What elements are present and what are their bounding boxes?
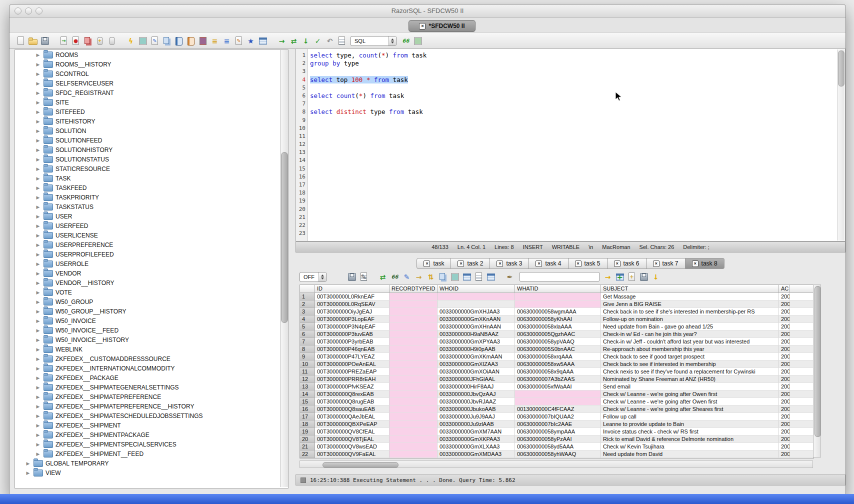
sidebar-item[interactable]: ▶ZKFEDEX__SHIPMATEGENERALSETTINGS: [15, 382, 288, 392]
table-cell-id[interactable]: 00T3000000Q8rugEAB: [315, 398, 390, 406]
editor-scrollbar[interactable]: [837, 50, 844, 240]
result-tab[interactable]: ×task 2: [451, 258, 490, 269]
table-cell-whoid[interactable]: 0033000000H9aNBAAZ: [438, 330, 515, 338]
table-cell-subject[interactable]: Check back in to see if she's interested…: [601, 308, 779, 316]
table-cell-ac[interactable]: 200: [779, 308, 790, 316]
export-table-icon[interactable]: [258, 36, 268, 46]
disclosure-triangle-icon[interactable]: ▶: [36, 262, 40, 266]
disclosure-triangle-icon[interactable]: ▶: [36, 290, 40, 295]
table-cell-subject[interactable]: Give Jenn a BIG RAISE: [601, 300, 779, 308]
table-cell-whoid[interactable]: 0033000000Ju9J9AAJ: [438, 413, 515, 420]
sidebar-item[interactable]: ▶ZKFEDEX__SHIPMENTPACKAGE: [15, 430, 288, 440]
table-cell-id[interactable]: 00T3000000Q8rexEAB: [315, 390, 390, 398]
table-row[interactable]: 1200T3000000PRR8rEAH0033000000JFhGlAAL00…: [300, 376, 814, 383]
table-cell-whoid[interactable]: 0033000000JbvRJAAZ: [438, 398, 515, 406]
table-cell-whoid[interactable]: 0033000000GmXKmAAN: [438, 353, 515, 360]
table-cell-id[interactable]: 00T3000000P3tuvEAB: [315, 330, 390, 338]
column-header[interactable]: SUBJECT: [601, 285, 779, 293]
table-cell-recordtypeid[interactable]: [390, 413, 438, 420]
table-cell-ac[interactable]: 200: [779, 300, 790, 308]
sql-history-icon[interactable]: [174, 36, 184, 46]
table-cell-subject[interactable]: Follow up call: [601, 413, 779, 420]
disclosure-triangle-icon[interactable]: ▶: [36, 452, 40, 456]
table-cell-whatid[interactable]: 006300000058ypVAAQ: [515, 338, 601, 346]
open-file-icon[interactable]: [28, 36, 38, 46]
table-cell-recordtypeid[interactable]: [390, 436, 438, 443]
close-tab-icon[interactable]: ×: [536, 260, 542, 267]
table-cell-recordtypeid[interactable]: [390, 398, 438, 406]
sidebar-item[interactable]: ▶SOLUTIONHISTORY: [15, 145, 288, 154]
sidebar-item[interactable]: ▶ZKFEDEX__SHIPMENT__FEED: [15, 449, 288, 458]
table-cell-recordtypeid[interactable]: [390, 323, 438, 330]
disclosure-triangle-icon[interactable]: ▶: [36, 376, 40, 380]
new-script-icon[interactable]: +: [626, 272, 637, 282]
table-cell-ac[interactable]: 200: [779, 338, 790, 346]
sidebar-item[interactable]: ▶SELFSERVICEUSER: [15, 78, 288, 88]
disclosure-triangle-icon[interactable]: ▶: [36, 166, 40, 172]
table-cell-whoid[interactable]: 0033000000GmXKPAA3: [438, 436, 515, 443]
result-tab[interactable]: ×task 3: [490, 258, 529, 269]
sidebar-item[interactable]: ▶SFDC_REGISTRANT: [15, 88, 288, 98]
reconnect-icon[interactable]: ⇄: [288, 36, 299, 46]
table-cell-ac[interactable]: 200: [779, 436, 790, 443]
sidebar-item[interactable]: ▶ZKFEDEX__SHIPMATEPREFERENCE__HISTORY: [15, 402, 288, 411]
table-cell-whoid[interactable]: 0033000000GmXKnAAN: [438, 316, 515, 323]
table-cell-ac[interactable]: 200: [779, 413, 790, 420]
table-cell-subject[interactable]: Check-in w/ Jeff - couldn't afford last …: [601, 338, 779, 346]
sidebar-item[interactable]: ▶ROOMS__HISTORY: [15, 60, 288, 69]
sidebar-item[interactable]: ▶W50_INVOICE: [15, 316, 288, 326]
table-row[interactable]: 500T3000000P3N4pEAF0033000000GmXHnAAN006…: [300, 323, 814, 330]
statement-type-select[interactable]: SQL: [350, 36, 396, 46]
table-row[interactable]: 1300T3000000PfvKSEAZ0033000000HirF8AAJ00…: [300, 383, 814, 390]
table-cell-id[interactable]: 00T3000000P3N4pEAF: [315, 323, 390, 330]
table-row[interactable]: 700T3000000P3yrbEAB0033000000GmXPYAA3006…: [300, 338, 814, 346]
disclosure-triangle-icon[interactable]: ▶: [36, 366, 40, 371]
table-cell-whoid[interactable]: 0033000000JbvQzAAJ: [438, 390, 515, 398]
table-cell-whatid[interactable]: 00630000005S0bnAAC: [515, 346, 601, 353]
table-cell-whoid[interactable]: 0033000000HirF8AAJ: [438, 383, 515, 390]
table-cell-ac[interactable]: 200: [779, 428, 790, 436]
table-cell-subject[interactable]: Check back to see if good target prospec…: [601, 353, 779, 360]
table-cell-whatid[interactable]: 006300000058wgmAAA: [515, 308, 601, 316]
close-tab-icon[interactable]: ×: [653, 260, 660, 267]
table-row[interactable]: 300T3000000OiyJgEAJ0033000000GmXHJAA3006…: [300, 308, 814, 316]
freeze-pane-icon[interactable]: [462, 272, 472, 282]
table-cell-recordtypeid[interactable]: [390, 353, 438, 360]
table-cell-recordtypeid[interactable]: [390, 368, 438, 376]
connection-tab[interactable]: × *SFDCW50 II: [408, 20, 476, 32]
close-connection-icon[interactable]: ×: [419, 23, 426, 30]
sidebar-item[interactable]: ▶USERFEED: [15, 221, 288, 230]
favorites-star-icon[interactable]: ★: [246, 36, 256, 46]
table-cell-ac[interactable]: 200: [779, 420, 790, 428]
table-cell-whatid[interactable]: 00630000007A3bZAAS: [515, 376, 601, 383]
save-results-icon[interactable]: [346, 272, 357, 282]
sidebar-item[interactable]: ▶USERPREFERENCE: [15, 240, 288, 250]
import-data-icon[interactable]: →: [58, 36, 69, 46]
close-tab-icon[interactable]: ×: [614, 260, 620, 267]
sidebar-item[interactable]: ▶W50_INVOICE__FEED: [15, 326, 288, 335]
disclosure-triangle-icon[interactable]: ▶: [36, 423, 40, 428]
table-cell-whatid[interactable]: [515, 293, 601, 300]
table-cell-subject[interactable]: Leanne to provide update to Bain: [601, 420, 779, 428]
sidebar-item[interactable]: ▶VENDOR__HISTORY: [15, 278, 288, 288]
table-cell-recordtypeid[interactable]: [390, 376, 438, 383]
table-cell-recordtypeid[interactable]: [390, 316, 438, 323]
sidebar-item[interactable]: ▶SITEFEED: [15, 107, 288, 116]
table-row[interactable]: 200T3000000L0RqSEAVGive Jenn a BIG RAISE…: [300, 300, 814, 308]
primary-key-icon[interactable]: ✒: [504, 272, 515, 282]
table-cell-ac[interactable]: 200: [779, 376, 790, 383]
disclosure-triangle-icon[interactable]: ▶: [36, 233, 40, 238]
table-cell-ac[interactable]: 200: [779, 346, 790, 353]
disclosure-triangle-icon[interactable]: ▶: [26, 461, 30, 466]
table-cell-whoid[interactable]: 0033000000H9i0pAAB: [438, 346, 515, 353]
table-row[interactable]: 1700T3000000QAeJbEAL0033000000Ju9J9AAJ00…: [300, 413, 814, 420]
disclosure-triangle-icon[interactable]: ▶: [36, 280, 40, 286]
result-tab[interactable]: ×task 8: [686, 258, 724, 269]
sidebar-item[interactable]: ▶GLOBAL TEMPORARY: [15, 458, 288, 468]
disclosure-triangle-icon[interactable]: ▶: [26, 470, 30, 476]
sidebar-item[interactable]: ▶TASKPRIORITY: [15, 192, 288, 202]
table-cell-id[interactable]: 00T3000000P46qnEAB: [315, 346, 390, 353]
describe-table-icon[interactable]: [198, 36, 208, 46]
disclosure-triangle-icon[interactable]: ▶: [36, 356, 40, 362]
table-cell-ac[interactable]: 200: [779, 450, 790, 458]
